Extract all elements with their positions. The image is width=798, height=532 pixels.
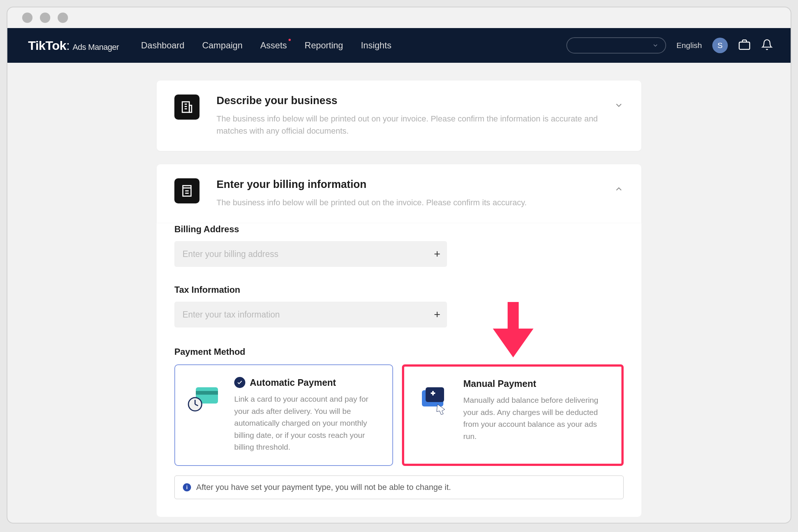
bell-icon[interactable] — [761, 39, 773, 52]
notification-dot-icon — [289, 39, 291, 41]
briefcase-icon[interactable] — [738, 38, 751, 52]
wallet-plus-icon — [415, 385, 454, 415]
main-content: Describe your business The business info… — [7, 63, 791, 524]
window-dot-minimize[interactable] — [40, 13, 50, 23]
account-selector[interactable] — [566, 37, 666, 54]
payment-manual-desc: Manually add balance before delivering y… — [463, 394, 608, 442]
card-title: Describe your business — [216, 95, 601, 107]
window-chrome — [7, 7, 791, 28]
billing-address-label: Billing Address — [174, 224, 624, 234]
app-header: TikTok: Ads Manager Dashboard Campaign A… — [7, 28, 791, 63]
svg-rect-1 — [182, 102, 189, 113]
receipt-icon — [174, 178, 200, 203]
browser-window: TikTok: Ads Manager Dashboard Campaign A… — [7, 7, 791, 524]
add-billing-address-button[interactable]: + — [434, 248, 440, 260]
svg-rect-18 — [432, 391, 434, 395]
brand-name: TikTok — [28, 38, 66, 53]
payment-method-label: Payment Method — [174, 347, 624, 357]
building-icon — [174, 95, 200, 120]
card-clock-icon — [185, 384, 225, 413]
nav-assets[interactable]: Assets — [260, 40, 287, 51]
svg-rect-16 — [426, 387, 444, 402]
payment-manual-title: Manual Payment — [463, 378, 536, 389]
payment-option-automatic[interactable]: Automatic Payment Link a card to your ac… — [174, 364, 393, 466]
card-describe-business[interactable]: Describe your business The business info… — [157, 80, 641, 151]
info-text: After you have set your payment type, yo… — [196, 483, 451, 492]
tax-info-label: Tax Information — [174, 285, 624, 295]
tax-info-input[interactable] — [174, 302, 447, 327]
window-dot-maximize[interactable] — [58, 13, 68, 23]
nav-dashboard[interactable]: Dashboard — [141, 40, 184, 51]
card-billing-info: Enter your billing information The busin… — [157, 164, 641, 223]
window-dot-close[interactable] — [22, 13, 33, 23]
svg-rect-0 — [739, 42, 750, 49]
nav-reporting[interactable]: Reporting — [305, 40, 343, 51]
payment-option-manual[interactable]: Manual Payment Manually add balance befo… — [402, 364, 624, 466]
brand-suffix: Ads Manager — [72, 42, 119, 52]
info-icon: i — [183, 483, 191, 491]
main-nav: Dashboard Campaign Assets Reporting Insi… — [141, 40, 392, 51]
chevron-down-icon — [652, 42, 659, 49]
billing-address-input[interactable] — [174, 241, 447, 267]
payment-info-notice: i After you have set your payment type, … — [174, 476, 624, 499]
billing-form: Billing Address + Tax Information + Paym… — [157, 209, 641, 517]
card-desc: The business info below will be printed … — [216, 113, 601, 137]
chevron-down-icon[interactable] — [614, 100, 624, 111]
language-selector[interactable]: English — [676, 41, 702, 50]
user-avatar[interactable]: S — [712, 38, 728, 53]
payment-auto-desc: Link a card to your account and pay for … — [234, 393, 379, 453]
svg-rect-11 — [196, 391, 218, 395]
chevron-up-icon[interactable] — [614, 184, 624, 195]
brand-logo: TikTok: Ads Manager — [28, 38, 119, 53]
nav-campaign[interactable]: Campaign — [202, 40, 242, 51]
payment-auto-title: Automatic Payment — [250, 377, 336, 388]
header-right: English S — [566, 37, 773, 54]
nav-insights[interactable]: Insights — [361, 40, 392, 51]
svg-rect-2 — [189, 105, 191, 112]
card-title: Enter your billing information — [216, 178, 527, 191]
add-tax-info-button[interactable]: + — [434, 308, 440, 321]
card-desc: The business info below will be printed … — [216, 196, 527, 209]
checkmark-icon — [234, 377, 245, 388]
